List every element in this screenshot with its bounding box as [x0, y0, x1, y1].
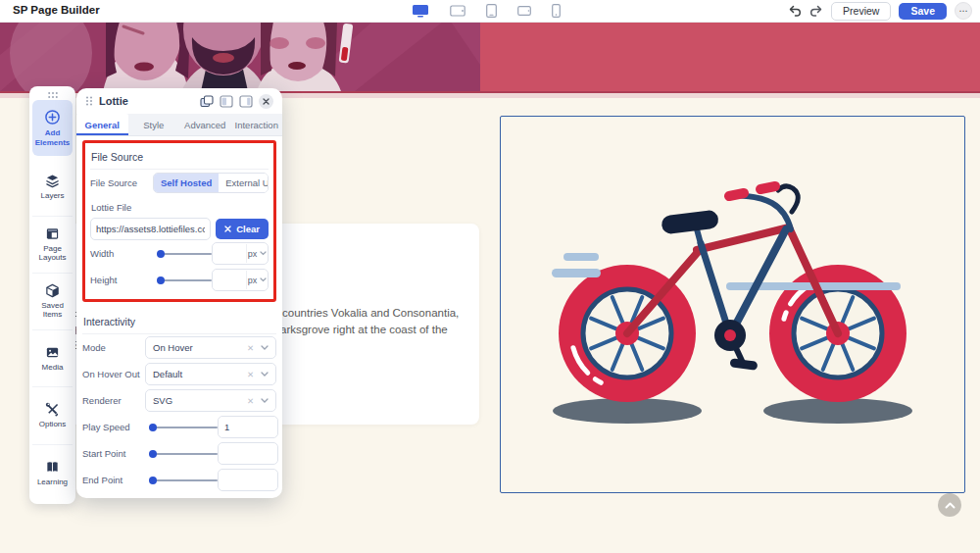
lottie-settings-panel: Lottie General Style Advanced Interactio… [76, 88, 282, 498]
duplicate-panel-icon[interactable] [200, 95, 214, 108]
panel-drag-handle-icon[interactable] [85, 96, 93, 106]
width-value-input[interactable] [213, 244, 247, 263]
renderer-select[interactable]: SVG ✕ [145, 389, 276, 412]
start-point-slider[interactable] [149, 453, 218, 455]
start-point-row: Start Point [82, 440, 276, 467]
chevron-up-icon [945, 502, 956, 509]
self-hosted-option[interactable]: Self Hosted [154, 174, 219, 192]
lottie-file-row: Clear [90, 217, 269, 240]
tab-style[interactable]: Style [128, 114, 180, 135]
clear-file-button[interactable]: Clear [216, 219, 269, 239]
redo-icon[interactable] [809, 5, 823, 17]
renderer-row: Renderer SVG ✕ [82, 387, 276, 414]
end-point-input[interactable] [218, 469, 278, 491]
paragraph-fragment: arksgrove right at the coast of the [280, 324, 448, 335]
tablet-portrait-view-icon[interactable] [486, 4, 497, 18]
width-slider[interactable] [157, 253, 212, 255]
height-label: Height [90, 275, 153, 285]
more-options-button[interactable]: ⋯ [955, 2, 972, 20]
people-illustration-image [0, 22, 980, 91]
on-hover-out-select[interactable]: Default ✕ [145, 363, 276, 385]
sidebar-item-media[interactable]: Media [32, 330, 73, 387]
clear-selection-icon[interactable]: ✕ [247, 370, 254, 379]
undo-icon[interactable] [788, 5, 802, 17]
preview-button[interactable]: Preview [831, 2, 891, 21]
end-point-slider-handle[interactable] [149, 477, 157, 484]
sidebar-item-options[interactable]: Options [32, 387, 73, 444]
start-point-slider-handle[interactable] [149, 450, 157, 458]
height-slider[interactable] [157, 279, 212, 281]
tab-general[interactable]: General [76, 114, 128, 135]
width-unit-combo: px [212, 242, 269, 265]
file-source-segmented-control: Self Hosted External URL [153, 173, 269, 193]
builder-sidebar: Add Elements Layers Page Layouts Saved I… [29, 86, 75, 504]
mode-label: Mode [82, 342, 145, 353]
width-slider-handle[interactable] [157, 250, 165, 258]
sidebar-item-label: Options [39, 420, 67, 429]
end-point-slider[interactable] [149, 479, 218, 481]
external-url-option[interactable]: External URL [219, 174, 269, 192]
height-unit-combo: px [212, 269, 269, 291]
play-speed-row: Play Speed [82, 414, 276, 440]
play-speed-slider[interactable] [149, 427, 218, 428]
height-unit-select[interactable]: px [247, 276, 268, 285]
hero-illustration [0, 22, 980, 91]
cube-icon [45, 283, 60, 298]
sidebar-item-label: Learning [37, 478, 68, 487]
tools-icon [45, 402, 60, 417]
mode-select[interactable]: On Hover ✕ [145, 336, 276, 359]
sidebar-item-saved-items[interactable]: Saved Items [32, 274, 73, 330]
sidebar-drag-handle-icon[interactable] [32, 89, 73, 100]
unit-label: px [248, 249, 258, 259]
sidebar-item-add-elements[interactable]: Add Elements [32, 100, 73, 156]
dock-right-icon[interactable] [239, 95, 253, 108]
unit-label: px [248, 276, 258, 285]
file-source-row: File Source Self Hosted External URL [90, 170, 269, 196]
renderer-label: Renderer [82, 395, 145, 406]
clear-selection-icon[interactable]: ✕ [247, 396, 254, 406]
panel-header: Lottie [76, 88, 282, 114]
panel-title: Lottie [99, 95, 128, 107]
tablet-landscape-view-icon[interactable] [450, 5, 466, 17]
play-speed-input[interactable] [218, 416, 278, 438]
height-value-input[interactable] [213, 271, 247, 289]
on-hover-out-label: On Hover Out [82, 369, 145, 379]
file-source-label: File Source [90, 177, 153, 188]
sidebar-item-page-layouts[interactable]: Page Layouts [32, 217, 73, 274]
page-layout-icon [45, 226, 60, 241]
desktop-view-icon[interactable] [412, 4, 429, 18]
lottie-file-label: Lottie File [90, 196, 269, 217]
mobile-portrait-view-icon[interactable] [552, 4, 561, 18]
sidebar-item-learning[interactable]: Learning [32, 445, 73, 501]
height-slider-handle[interactable] [157, 276, 165, 284]
media-image-icon [45, 345, 60, 360]
width-unit-select[interactable]: px [247, 249, 268, 259]
lottie-file-url-input[interactable] [90, 218, 211, 240]
top-bar: SP Page Builder [0, 0, 980, 23]
sidebar-item-layers[interactable]: Layers [32, 159, 73, 216]
dock-left-icon[interactable] [220, 95, 233, 108]
mode-row: Mode On Hover ✕ [82, 334, 276, 361]
mobile-landscape-view-icon[interactable] [517, 6, 531, 16]
layers-icon [45, 174, 60, 188]
file-source-section-heading: File Source [90, 145, 269, 170]
play-speed-slider-handle[interactable] [149, 424, 157, 431]
save-button[interactable]: Save [899, 3, 947, 20]
book-icon [45, 460, 60, 475]
close-icon [263, 98, 270, 105]
height-row: Height px [90, 267, 269, 293]
close-panel-button[interactable] [259, 94, 273, 109]
start-point-input[interactable] [218, 442, 278, 465]
sidebar-item-label: Media [42, 363, 64, 373]
chevron-down-icon [261, 372, 269, 377]
app-screen: SP Page Builder [0, 0, 980, 553]
interactivity-section-heading: Interactivity [82, 310, 276, 334]
tab-advanced[interactable]: Advanced [179, 114, 231, 135]
app-title: SP Page Builder [13, 4, 100, 16]
topbar-actions: Preview Save ⋯ [788, 0, 972, 22]
tab-interaction[interactable]: Interaction [231, 114, 283, 135]
clear-selection-icon[interactable]: ✕ [247, 343, 254, 353]
play-speed-label: Play Speed [82, 422, 145, 432]
lottie-bicycle-illustration [534, 167, 926, 441]
scroll-to-top-button[interactable] [938, 493, 961, 517]
